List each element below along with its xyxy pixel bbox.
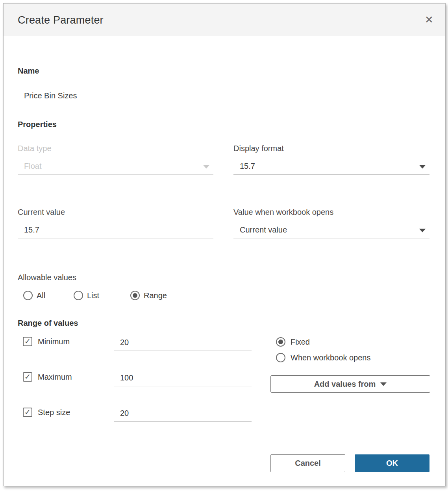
radio-list[interactable]	[74, 291, 83, 300]
add-values-from-button[interactable]: Add values from	[270, 375, 430, 393]
minimum-value: 20	[114, 334, 252, 350]
step-size-label: Step size	[38, 408, 70, 417]
close-icon: ✕	[425, 14, 433, 26]
dropdown-arrow-icon	[380, 382, 387, 386]
maximum-checkbox[interactable]: ✓	[23, 372, 32, 382]
properties-heading: Properties	[18, 120, 57, 129]
dialog-title: Create Parameter	[18, 14, 104, 26]
data-type-dropdown: Float	[18, 158, 213, 175]
cancel-button-label: Cancel	[295, 459, 321, 468]
display-format-dropdown[interactable]: 15.7	[233, 158, 429, 175]
data-type-label: Data type	[18, 144, 52, 153]
current-value-value: 15.7	[18, 222, 213, 238]
step-size-checkbox[interactable]: ✓	[23, 408, 32, 417]
name-value: Price Bin Sizes	[18, 88, 430, 103]
maximum-value: 100	[114, 370, 252, 386]
radio-all-label: All	[37, 291, 45, 300]
radio-range[interactable]	[130, 291, 140, 300]
chevron-down-icon	[419, 229, 426, 232]
check-icon: ✓	[24, 373, 31, 381]
radio-fixed-label: Fixed	[291, 337, 310, 347]
ok-button-label: OK	[386, 459, 398, 468]
check-icon: ✓	[24, 408, 31, 416]
display-format-label: Display format	[233, 144, 284, 153]
radio-fixed[interactable]	[276, 337, 285, 347]
radio-list-label: List	[87, 291, 99, 300]
data-type-value: Float	[18, 158, 213, 174]
range-of-values-heading: Range of values	[18, 319, 78, 328]
create-parameter-dialog: Create Parameter ✕ Name Price Bin Sizes …	[3, 3, 446, 486]
radio-range-label: Range	[144, 291, 167, 300]
radio-when-workbook-opens-label: When workbook opens	[291, 353, 370, 362]
current-value-label: Current value	[18, 208, 65, 217]
display-format-value: 15.7	[233, 158, 429, 174]
radio-all[interactable]	[23, 291, 33, 300]
allowable-values-label: Allowable values	[18, 273, 76, 282]
minimum-label: Minimum	[38, 337, 70, 346]
value-when-workbook-opens-value: Current value	[233, 222, 429, 238]
minimum-checkbox[interactable]: ✓	[23, 337, 32, 346]
chevron-down-icon	[203, 165, 209, 168]
cancel-button[interactable]: Cancel	[270, 454, 345, 472]
current-value-input[interactable]: 15.7	[18, 222, 213, 238]
maximum-label: Maximum	[38, 372, 72, 382]
step-size-value: 20	[114, 405, 252, 421]
dialog-header: Create Parameter ✕	[4, 4, 445, 36]
ok-button[interactable]: OK	[355, 454, 429, 472]
value-when-workbook-opens-label: Value when workbook opens	[233, 208, 333, 217]
close-button[interactable]: ✕	[423, 14, 435, 26]
step-size-input[interactable]: 20	[114, 405, 252, 422]
add-values-from-label: Add values from	[314, 380, 376, 389]
chevron-down-icon	[419, 165, 426, 168]
name-input[interactable]: Price Bin Sizes	[18, 88, 430, 104]
value-when-workbook-opens-dropdown[interactable]: Current value	[233, 222, 429, 238]
name-label: Name	[18, 66, 39, 76]
minimum-input[interactable]: 20	[114, 334, 252, 351]
maximum-input[interactable]: 100	[114, 370, 252, 386]
check-icon: ✓	[24, 338, 31, 345]
radio-when-workbook-opens[interactable]	[276, 353, 285, 362]
